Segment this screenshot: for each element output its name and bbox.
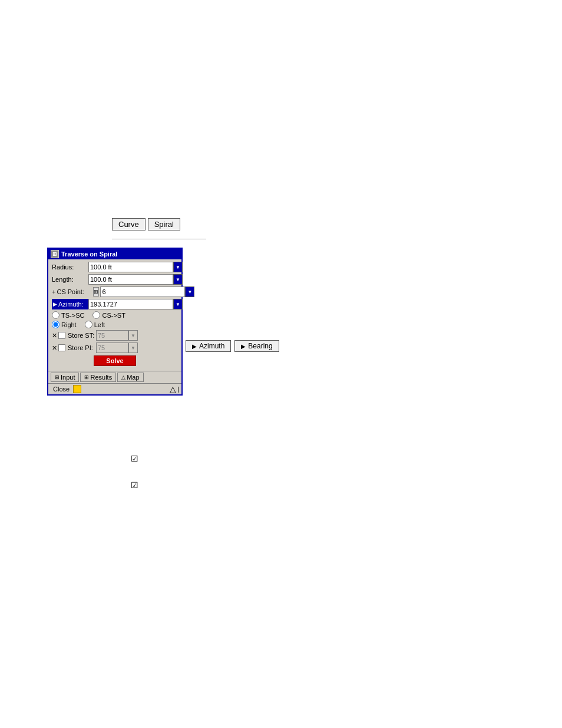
input-tab-icon: ⊞ [55,374,59,380]
length-input-wrap [88,274,183,285]
dialog-title: Traverse on Spiral [61,251,117,258]
checkbox-area-1: ☑ [131,454,138,463]
azimuth-label-wrap: ▶ Azimuth: [52,299,88,309]
results-tab-icon: ⊞ [84,374,89,380]
side-radio-row: Right Left [52,321,178,328]
results-tab[interactable]: ⊞ Results [80,373,116,382]
ts-sc-radio[interactable] [52,311,59,319]
dialog-titlebar-icon: ⊞ [51,250,59,258]
map-tab-label: Map [127,374,139,381]
store-st-x-icon: ✕ [52,332,57,340]
ts-sc-option[interactable]: TS->SC [52,311,84,319]
solve-row: Solve [52,355,178,366]
direction-radio-row: TS->SC CS->ST [52,311,178,319]
store-st-label: Store ST: [68,332,96,339]
tab-buttons-area: Curve Spiral [112,218,180,230]
right-option[interactable]: Right [52,321,77,328]
store-pi-row: ✕ Store PI: [52,342,178,353]
azimuth-button-label: Azimuth [199,342,224,350]
store-pi-dropdown[interactable] [128,342,138,353]
length-dropdown[interactable] [173,274,183,285]
map-tab-icon: △ [121,374,125,380]
checkbox-area-2: ☑ [131,480,138,490]
checkmark-1: ☑ [131,454,138,463]
length-label: Length: [52,276,88,283]
bearing-button-label: Bearing [248,342,272,350]
dialog-tabs: ⊞ Input ⊞ Results △ Map [48,371,181,383]
solve-button[interactable]: Solve [94,355,135,366]
radius-dropdown[interactable] [173,262,183,272]
status-right-area: △ | [170,384,179,394]
cs-point-input[interactable] [100,286,185,297]
azimuth-input[interactable] [88,299,173,309]
azimuth-triangle-icon: ▶ [53,301,57,307]
radius-input-wrap [88,262,183,272]
bearing-triangle-icon: ▶ [241,343,246,350]
length-row: Length: [52,274,178,285]
cs-st-option[interactable]: CS->ST [92,311,125,319]
store-pi-checkbox[interactable] [58,344,65,351]
curve-tab-button[interactable]: Curve [112,218,146,230]
cs-st-radio[interactable] [92,311,100,319]
ts-sc-label: TS->SC [61,312,84,319]
store-st-dropdown[interactable] [128,330,138,341]
status-yellow-icon [73,385,81,393]
radius-input[interactable] [88,262,173,272]
dialog-body: Radius: Length: + CS Point: ⊞ ▶ [48,259,181,371]
cs-st-label: CS->ST [102,312,125,319]
bearing-button[interactable]: ▶ Bearing [234,340,279,352]
azimuth-input-wrap [88,299,183,309]
right-label: Right [61,321,77,328]
dialog-titlebar: ⊞ Traverse on Spiral [48,249,181,259]
dialog-statusbar: Close △ | [48,383,181,394]
left-label: Left [94,321,105,328]
store-pi-label: Store PI: [68,344,96,351]
tab-underline [112,239,206,239]
traverse-on-spiral-dialog: ⊞ Traverse on Spiral Radius: Length: + C… [47,248,183,396]
checkmark-2: ☑ [131,480,138,490]
radius-row: Radius: [52,262,178,272]
left-radio[interactable] [85,321,92,328]
store-st-checkbox[interactable] [58,332,65,339]
right-radio[interactable] [52,321,59,328]
map-tab[interactable]: △ Map [117,373,143,382]
close-button[interactable]: Close [51,386,72,393]
cs-point-dropdown[interactable] [185,286,194,297]
results-tab-label: Results [90,374,112,381]
azimuth-dropdown[interactable] [173,299,183,309]
right-buttons-area: ▶ Azimuth ▶ Bearing [186,340,279,352]
input-tab-label: Input [61,374,75,381]
store-st-input[interactable] [96,330,128,341]
cs-plus-icon: + [52,288,55,295]
azimuth-label: Azimuth: [58,301,84,308]
spiral-tab-button[interactable]: Spiral [148,218,180,230]
length-input[interactable] [88,274,173,285]
radius-label: Radius: [52,263,88,271]
azimuth-button[interactable]: ▶ Azimuth [186,340,231,352]
left-option[interactable]: Left [85,321,105,328]
status-pipe: | [177,386,179,393]
cs-point-label: CS Point: [57,288,93,295]
cs-point-picker-icon[interactable]: ⊞ [93,287,99,297]
status-triangle-icon: △ [170,384,176,394]
azimuth-row: ▶ Azimuth: [52,299,178,309]
cs-point-row: + CS Point: ⊞ [52,286,178,297]
input-tab[interactable]: ⊞ Input [51,373,79,382]
store-pi-x-icon: ✕ [52,344,57,352]
store-pi-input[interactable] [96,342,128,353]
store-st-row: ✕ Store ST: [52,330,178,341]
azimuth-triangle-icon: ▶ [192,343,197,350]
